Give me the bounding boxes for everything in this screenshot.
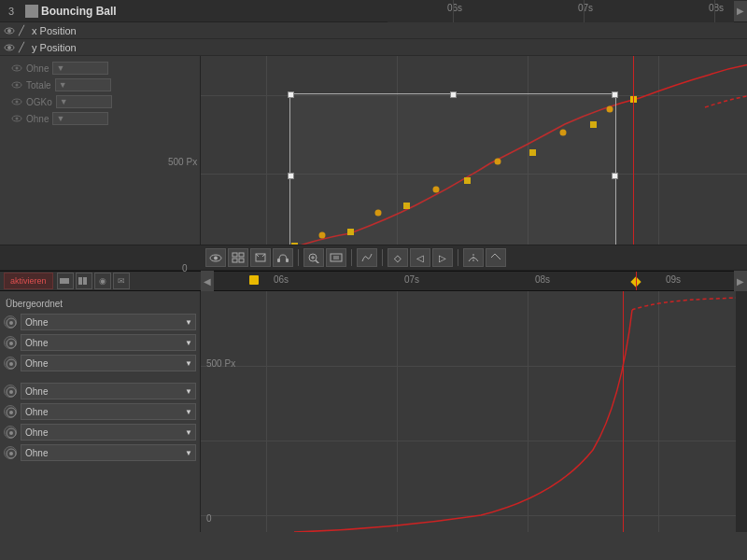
bottom-section-label: Übergeordnet <box>4 295 196 313</box>
prop-ohne-1: Ohne ▼ <box>4 60 196 77</box>
prop-dropdown-1[interactable]: Ohne <box>21 314 196 330</box>
svg-point-3 <box>7 46 11 49</box>
prop-val-4: Ohne <box>25 386 48 397</box>
playhead-line-bottom <box>623 291 624 532</box>
svg-point-41 <box>9 390 13 394</box>
divider-timeline: 06s 07s 08s 09s <box>214 272 734 290</box>
curve-svg-bottom <box>201 291 747 532</box>
divider-left-panel: aktivieren ◉ ✉ <box>0 272 201 290</box>
anim-icon-1[interactable] <box>57 273 74 289</box>
playhead-line-ruler <box>636 272 637 290</box>
prop-dropdown-5[interactable]: Ohne <box>21 403 196 420</box>
toolbar-fit-btn[interactable] <box>326 248 346 267</box>
scroll-right-graph[interactable] <box>736 291 747 532</box>
prop-ohne-3: OGKo ▼ <box>4 93 196 110</box>
toolbar-row: ◇ ◁ ▷ <box>0 245 747 271</box>
y-pos-curve-icon: ╱ <box>19 42 32 52</box>
svg-rect-21 <box>277 259 280 262</box>
toolbar-zoom-btn[interactable] <box>303 248 324 267</box>
tick-07s-bot: 07s <box>404 274 419 285</box>
svg-point-7 <box>16 84 19 87</box>
y-position-label: y Position <box>32 42 747 53</box>
svg-point-9 <box>16 101 19 104</box>
tick-06s-bot: 06s <box>274 274 289 285</box>
left-panel-content: Ohne ▼ Totale ▼ OGKo ▼ Ohne ▼ <box>0 56 200 245</box>
toolbar-right: ◇ ◁ ▷ <box>204 248 743 267</box>
sel-handle-mr[interactable] <box>612 173 618 179</box>
header-row: 3 Bouncing Ball 06s 07s 08s 09s ▶ <box>0 0 747 22</box>
layer-name: Bouncing Ball <box>41 5 388 18</box>
toolbar-box-btn[interactable] <box>250 248 271 267</box>
toolbar-kf2-btn[interactable]: ◁ <box>410 248 430 267</box>
toolbar-auto-btn[interactable] <box>357 248 377 267</box>
tick-line-6 <box>453 0 454 22</box>
curve-y-dashed <box>632 296 747 310</box>
toolbar-sep-1 <box>298 249 299 266</box>
tick-line-7 <box>584 0 585 22</box>
curve-y-position <box>294 310 632 532</box>
prop-dropdown-4[interactable]: Ohne <box>21 383 196 399</box>
x-pos-eye <box>0 27 19 35</box>
anim-icon-3[interactable]: ◉ <box>94 273 111 289</box>
curve-x-dashed <box>705 75 747 107</box>
scroll-right-bot[interactable]: ▶ <box>734 271 747 291</box>
y-axis-0-bot: 0 <box>206 513 212 524</box>
eye-icon-2 <box>4 44 15 51</box>
right-graph-top: ↖ <box>201 56 747 245</box>
tick-line-8 <box>714 0 715 22</box>
svg-point-11 <box>16 118 19 120</box>
toolbar-grid-btn[interactable] <box>228 248 248 267</box>
toolbar-snap1-btn[interactable] <box>463 248 484 267</box>
prop-val-1: Ohne <box>25 317 48 328</box>
toolbar-eye-btn[interactable] <box>205 248 226 267</box>
prop-spacer <box>4 374 196 382</box>
x-pos-curve-icon: ╱ <box>19 25 32 35</box>
tick-06s-top: 06s <box>447 3 462 13</box>
svg-point-5 <box>16 67 19 70</box>
sel-handle-tl[interactable] <box>288 91 294 98</box>
sel-handle-ml[interactable] <box>288 173 294 179</box>
anim-icon-2[interactable] <box>76 273 92 289</box>
svg-rect-17 <box>239 259 244 262</box>
prop-val-7: Ohne <box>25 448 48 458</box>
left-panel-top: Ohne ▼ Totale ▼ OGKo ▼ Ohne ▼ <box>0 56 201 245</box>
sel-handle-tr[interactable] <box>612 91 618 98</box>
property-item-1: Ohne <box>4 313 196 331</box>
property-item-5: Ohne <box>4 402 196 421</box>
scroll-left-btn[interactable]: ◀ <box>201 271 214 291</box>
svg-rect-14 <box>233 253 237 257</box>
svg-point-45 <box>9 431 13 435</box>
svg-point-13 <box>214 256 218 259</box>
y-axis-500-label: 500 Px <box>168 157 197 167</box>
sel-handle-tm[interactable] <box>450 91 457 98</box>
selection-box <box>289 93 616 245</box>
toolbar-kf3-btn[interactable]: ▷ <box>432 248 453 267</box>
deactivate-button[interactable]: aktivieren <box>4 273 53 289</box>
svg-point-37 <box>9 342 13 345</box>
prop-dropdown-2[interactable]: Ohne <box>21 334 196 351</box>
scroll-right-top[interactable]: ▶ <box>734 1 747 21</box>
property-item-2: Ohne <box>4 333 196 352</box>
svg-point-35 <box>9 321 13 325</box>
svg-point-43 <box>9 411 13 414</box>
toolbar-snap2-btn[interactable] <box>486 248 506 267</box>
prop-dropdown-6[interactable]: Ohne <box>21 424 196 441</box>
prop-dropdown-7[interactable]: Ohne <box>21 444 196 461</box>
eye-icon-prop2 <box>11 81 22 89</box>
divider-bar: aktivieren ◉ ✉ ◀ 06s 07s 08s 09s ▶ <box>0 271 747 291</box>
x-position-row: ╱ x Position <box>0 22 747 39</box>
svg-line-24 <box>316 260 319 263</box>
anim-icon-4[interactable]: ✉ <box>113 273 130 289</box>
prop-ohne-2: Totale ▼ <box>4 77 196 93</box>
bottom-panel: Übergeordnet Ohne Ohne Ohne <box>0 291 747 532</box>
y-axis-500-bot: 500 Px <box>206 358 235 369</box>
prop-ohne-4: Ohne ▼ <box>4 110 196 127</box>
start-marker <box>249 275 259 285</box>
prop-dropdown-3[interactable]: Ohne <box>21 355 196 371</box>
toolbar-kf1-btn[interactable]: ◇ <box>388 248 408 267</box>
toolbar-headphone-btn[interactable] <box>273 248 293 267</box>
prop-circle-1 <box>4 315 17 329</box>
prop-circle-3 <box>4 357 17 370</box>
svg-rect-22 <box>286 259 289 262</box>
prop-val-6: Ohne <box>25 427 48 438</box>
